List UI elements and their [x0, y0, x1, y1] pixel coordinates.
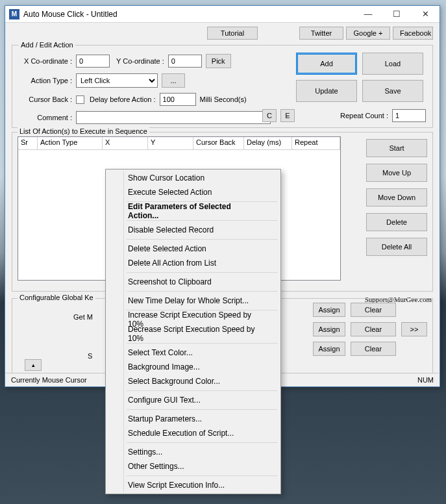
menu-decrease-speed[interactable]: Decrease Script Execution Speed by 10%: [107, 327, 279, 341]
comment-input[interactable]: [76, 111, 271, 124]
titlebar[interactable]: M Auto Mouse Click - Untitled — ☐ ✕: [5, 6, 440, 23]
xcoord-input[interactable]: [76, 55, 110, 68]
menu-show-cursor[interactable]: Show Cursor Location: [107, 171, 279, 185]
minimize-button[interactable]: —: [354, 6, 382, 23]
menu-screenshot[interactable]: Screenshot to Clipboard: [107, 275, 279, 289]
save-button[interactable]: Save: [362, 80, 423, 102]
expand-button[interactable]: >>: [401, 322, 427, 336]
menu-bg-color[interactable]: Select Background Color...: [107, 374, 279, 388]
action-type-more-button[interactable]: ...: [162, 73, 185, 88]
facebook-button[interactable]: Facebook: [393, 27, 433, 40]
menu-new-delay[interactable]: New Time Delay for Whole Script...: [107, 294, 279, 308]
move-up-button[interactable]: Move Up: [366, 164, 427, 182]
collapse-up-button[interactable]: ▴: [25, 359, 42, 371]
close-button[interactable]: ✕: [411, 6, 440, 23]
menu-startup[interactable]: Startup Parameters...: [107, 412, 279, 426]
menu-disable-selected[interactable]: Disable Selected Record: [107, 223, 279, 237]
repeat-input[interactable]: [392, 109, 426, 122]
clear-button-2[interactable]: Clear: [351, 322, 396, 336]
col-x[interactable]: X: [103, 137, 148, 150]
assign-button-3[interactable]: Assign: [313, 342, 345, 356]
comment-label: Comment :: [19, 114, 72, 121]
delay-units: Milli Second(s): [200, 95, 247, 103]
add-edit-legend: Add / Edit Action: [19, 41, 75, 49]
start-button[interactable]: Start: [366, 139, 427, 157]
menu-delete-selected[interactable]: Delete Selected Action: [107, 242, 279, 256]
col-sr[interactable]: Sr: [18, 137, 38, 150]
menu-schedule[interactable]: Schedule Execution of Script...: [107, 426, 279, 440]
e-button[interactable]: E: [280, 109, 295, 122]
gk-text-2: S: [88, 352, 92, 360]
col-repeat[interactable]: Repeat: [292, 137, 340, 150]
tutorial-button[interactable]: Tutorial: [207, 27, 258, 40]
context-menu[interactable]: Show Cursor Location Execute Selected Ac…: [105, 169, 281, 494]
menu-execute-selected[interactable]: Execute Selected Action: [107, 185, 279, 199]
action-list-legend: List Of Action(s) to Execute in Sequence: [18, 127, 149, 135]
menu-gui-text[interactable]: Configure GUI Text...: [107, 393, 279, 407]
move-down-button[interactable]: Move Down: [366, 188, 427, 207]
assign-button-2[interactable]: Assign: [313, 322, 345, 336]
col-delay[interactable]: Delay (ms): [244, 137, 292, 150]
menu-edit-parameters[interactable]: Edit Parameters of Selected Action...: [107, 204, 279, 218]
menu-delete-all[interactable]: Delete All Action from List: [107, 256, 279, 270]
col-cursor-back[interactable]: Cursor Back: [193, 137, 244, 150]
googleplus-button[interactable]: Google +: [346, 27, 390, 40]
menu-settings[interactable]: Settings...: [107, 445, 279, 459]
assign-button-1[interactable]: Assign: [313, 303, 345, 317]
maximize-button[interactable]: ☐: [382, 6, 411, 23]
clear-button-3[interactable]: Clear: [351, 342, 396, 356]
load-button[interactable]: Load: [362, 53, 423, 75]
menu-other-settings[interactable]: Other Settings...: [107, 459, 279, 473]
window-title: Auto Mouse Click - Untitled: [23, 10, 354, 19]
delay-input[interactable]: [160, 93, 196, 106]
pick-button[interactable]: Pick: [206, 54, 231, 68]
status-text: Currently Mouse Cursor: [11, 376, 87, 384]
action-type-select[interactable]: Left Click: [76, 73, 158, 88]
add-edit-fieldset: Add / Edit Action X Co-ordinate : Y Co-o…: [12, 41, 433, 128]
delay-label: Delay before Action :: [90, 95, 156, 103]
ycoord-input[interactable]: [168, 55, 202, 68]
xcoord-label: X Co-ordinate :: [19, 57, 72, 65]
update-button[interactable]: Update: [296, 80, 357, 102]
cursor-back-label: Cursor Back :: [19, 95, 72, 103]
numlock-indicator: NUM: [417, 376, 434, 384]
twitter-button[interactable]: Twitter: [299, 27, 343, 40]
col-action-type[interactable]: Action Type: [38, 137, 103, 150]
app-icon: M: [9, 9, 19, 19]
action-type-label: Action Type :: [19, 77, 72, 84]
repeat-label: Repeat Count :: [340, 112, 388, 120]
add-button[interactable]: Add: [296, 53, 357, 75]
cursor-back-checkbox[interactable]: [76, 95, 84, 104]
global-keys-legend: Configurable Global Ke: [18, 294, 95, 301]
delete-all-button[interactable]: Delete All: [366, 238, 427, 256]
menu-bg-image[interactable]: Background Image...: [107, 360, 279, 374]
delete-button[interactable]: Delete: [366, 213, 427, 231]
menu-view-info[interactable]: View Script Execution Info...: [107, 478, 279, 492]
table-header: Sr Action Type X Y Cursor Back Delay (ms…: [18, 137, 340, 150]
c-button[interactable]: C: [262, 109, 277, 122]
col-y[interactable]: Y: [148, 137, 193, 150]
gk-text-1: Get M: [73, 313, 93, 321]
clear-button-1[interactable]: Clear: [351, 303, 396, 317]
menu-text-color[interactable]: Select Text Color...: [107, 346, 279, 360]
ycoord-label: Y Co-ordinate :: [116, 57, 164, 65]
